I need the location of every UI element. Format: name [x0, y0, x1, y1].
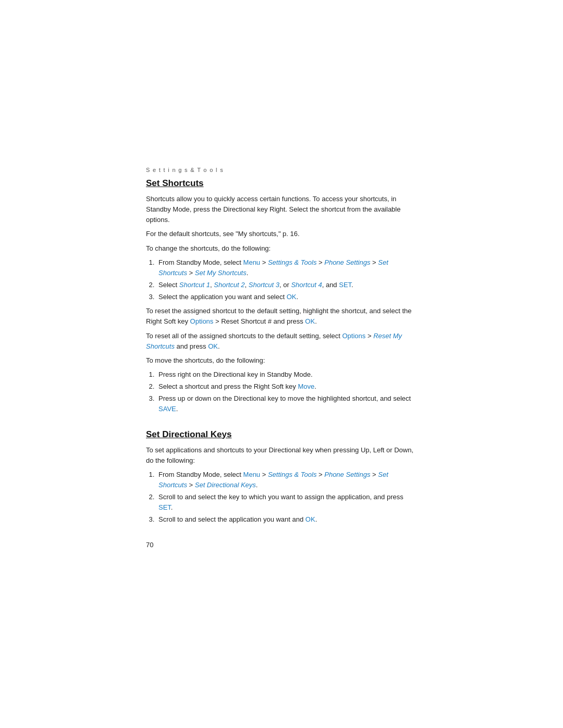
step2-comma2: ,: [245, 281, 249, 289]
s2-step1-phone: Phone Settings: [324, 471, 370, 478]
step1-phone: Phone Settings: [324, 258, 370, 266]
section1-para1: Shortcuts allow you to quickly access ce…: [146, 194, 417, 225]
section2-step3: Scroll to and select the application you…: [156, 514, 417, 525]
move-step2-before: Select a shortcut and press the Right So…: [158, 382, 298, 390]
move-step3-link: SAVE: [158, 405, 176, 413]
reset2-end: .: [218, 342, 220, 350]
s2-step1-sep2: >: [316, 471, 324, 478]
s2-step1-before: From Standby Mode, select: [158, 471, 243, 478]
breadcrumb: S e t t i n g s & T o o l s: [146, 167, 417, 173]
move-step2-after: .: [314, 382, 316, 390]
section1-move-steps: Press right on the Directional key in St…: [156, 369, 417, 415]
step1-settings: Settings & Tools: [268, 258, 316, 266]
s2-step1-settings: Settings & Tools: [268, 471, 316, 478]
step1-menu: Menu: [243, 258, 261, 266]
step2-s1: Shortcut 1: [179, 281, 210, 289]
section2-step1: From Standby Mode, select Menu > Setting…: [156, 470, 417, 490]
s2-step1-sep1: >: [260, 471, 268, 478]
section1-para3: To change the shortcuts, do the followin…: [146, 243, 417, 254]
reset2-sep: >: [365, 332, 373, 340]
section1-step1: From Standby Mode, select Menu > Setting…: [156, 257, 417, 278]
step2-s3: Shortcut 3: [249, 281, 279, 289]
step3-ok: OK: [287, 293, 297, 301]
s2-step3-before: Scroll to and select the application you…: [158, 515, 305, 523]
reset2-before: To reset all of the assigned shortcuts t…: [146, 332, 342, 340]
step1-sep3: >: [370, 258, 378, 266]
page-number: 70: [146, 541, 417, 549]
section1-step2: Select Shortcut 1, Shortcut 2, Shortcut …: [156, 280, 417, 290]
reset2-ok: OK: [208, 342, 218, 350]
step2-period: .: [351, 281, 353, 289]
step3-period: .: [297, 293, 299, 301]
s2-step2-before: Scroll to and select the key to which yo…: [158, 493, 403, 501]
move-step1-text: Press right on the Directional key in St…: [158, 371, 313, 378]
step2-s4: Shortcut 4: [291, 281, 322, 289]
reset1-end: .: [315, 317, 317, 325]
step2-s2: Shortcut 2: [214, 281, 244, 289]
s2-step1-sep3: >: [370, 471, 378, 478]
step1-text-before: From Standby Mode, select: [158, 258, 243, 266]
s2-step2-after: .: [171, 503, 173, 511]
s2-step1-period: .: [256, 481, 258, 489]
section2-intro: To set applications and shortcuts to you…: [146, 445, 417, 466]
s2-step1-menu: Menu: [243, 471, 261, 478]
reset2-after: and press: [175, 342, 208, 350]
move-step1: Press right on the Directional key in St…: [156, 369, 417, 380]
s2-step3-after: .: [315, 515, 317, 523]
section2-title: Set Directional Keys: [146, 429, 417, 440]
s2-step1-sep4: >: [187, 481, 195, 489]
step3-before: Select the application you want and sele…: [158, 293, 287, 301]
section2-steps: From Standby Mode, select Menu > Setting…: [156, 470, 417, 525]
step1-set-my: Set My Shortcuts: [195, 269, 247, 277]
section1-reset-para1: To reset the assigned shortcut to the de…: [146, 306, 417, 327]
reset1-after: > Reset Shortcut # and press: [213, 317, 305, 325]
step2-and: , and: [322, 281, 339, 289]
reset2-options: Options: [342, 332, 366, 340]
section2-step2: Scroll to and select the key to which yo…: [156, 492, 417, 513]
section2: Set Directional Keys To set applications…: [146, 429, 417, 525]
move-step2-link: Move: [298, 382, 314, 390]
move-step3-after: .: [176, 405, 178, 413]
s2-step1-set-dir: Set Directional Keys: [195, 481, 256, 489]
section1-steps: From Standby Mode, select Menu > Setting…: [156, 257, 417, 303]
step1-period: .: [247, 269, 249, 277]
reset1-ok: OK: [305, 317, 315, 325]
step2-before: Select: [158, 281, 179, 289]
section1-para2: For the default shortcuts, see "My short…: [146, 229, 417, 239]
step1-sep2: >: [316, 258, 324, 266]
move-step2: Select a shortcut and press the Right So…: [156, 381, 417, 392]
step1-sep1: >: [260, 258, 268, 266]
move-step3: Press up or down on the Directional key …: [156, 393, 417, 414]
reset1-options: Options: [190, 317, 214, 325]
section1-reset-para2: To reset all of the assigned shortcuts t…: [146, 331, 417, 352]
section1-step3: Select the application you want and sele…: [156, 292, 417, 302]
s2-step3-link: OK: [305, 515, 315, 523]
s2-step2-link: SET: [158, 503, 171, 511]
section1-title: Set Shortcuts: [146, 178, 417, 189]
step2-set: SET: [339, 281, 351, 289]
page: S e t t i n g s & T o o l s Set Shortcut…: [0, 0, 563, 728]
step2-comma3: , or: [279, 281, 291, 289]
move-step3-before: Press up or down on the Directional key …: [158, 394, 411, 402]
section1-move-intro: To move the shortcuts, do the following:: [146, 355, 417, 366]
step1-sep4: >: [187, 269, 195, 277]
